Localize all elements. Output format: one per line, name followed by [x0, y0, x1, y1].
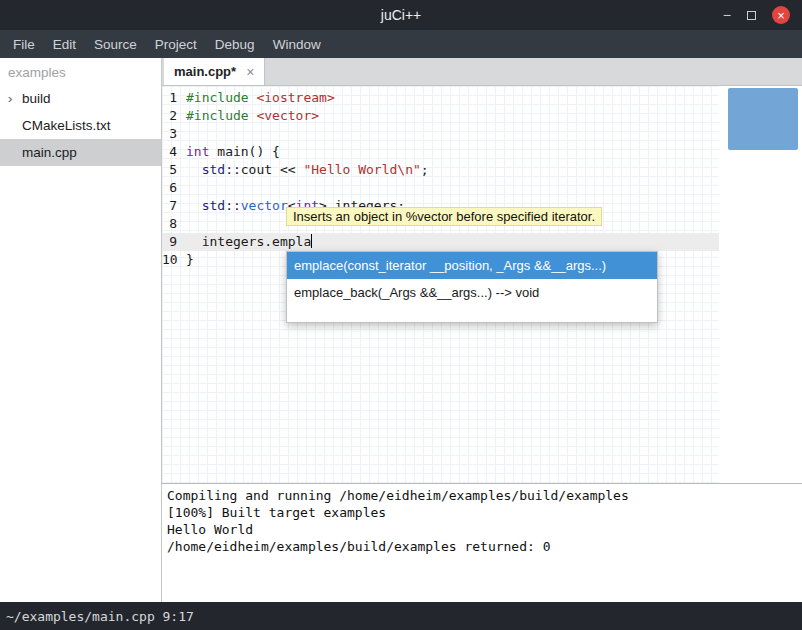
- output-line: /home/eidheim/examples/build/examples re…: [167, 538, 797, 555]
- tab-label: main.cpp*: [174, 64, 236, 79]
- menu-item-edit[interactable]: Edit: [44, 32, 85, 57]
- code-text: integers.empla: [186, 233, 312, 251]
- menu-item-project[interactable]: Project: [146, 32, 206, 57]
- tab-close-icon[interactable]: ×: [246, 64, 254, 80]
- tree-item-label: CMakeLists.txt: [22, 118, 111, 133]
- main-area: examples ›buildCMakeLists.txtmain.cpp ma…: [0, 58, 802, 602]
- tree-item-label: main.cpp: [22, 145, 77, 160]
- app-window: juCi++ − × FileEditSourceProjectDebugWin…: [0, 0, 802, 630]
- line-number: 10: [162, 251, 186, 269]
- autocomplete-item[interactable]: emplace_back(_Args &&__args...) --> void: [287, 279, 657, 306]
- output-line: Hello World: [167, 521, 797, 538]
- code-text: #include <iostream>: [186, 89, 335, 107]
- output-line: [100%] Built target examples: [167, 504, 797, 521]
- code-text: }: [186, 251, 194, 269]
- tree-item-build[interactable]: ›build: [0, 85, 161, 112]
- tree-item-cmakelists-txt[interactable]: CMakeLists.txt: [0, 112, 161, 139]
- file-tree: ›buildCMakeLists.txtmain.cpp: [0, 85, 161, 166]
- menu-item-debug[interactable]: Debug: [206, 32, 264, 57]
- window-controls: − ×: [723, 6, 802, 24]
- output-panel: Compiling and running /home/eidheim/exam…: [162, 484, 802, 602]
- line-number: 1: [162, 89, 186, 107]
- close-icon[interactable]: ×: [772, 6, 790, 24]
- code-text: #include <vector>: [186, 107, 319, 125]
- output-line: Compiling and running /home/eidheim/exam…: [167, 487, 797, 504]
- statusbar-text: ~/examples/main.cpp 9:17: [6, 609, 194, 624]
- sidebar: examples ›buildCMakeLists.txtmain.cpp: [0, 58, 162, 602]
- menu-item-window[interactable]: Window: [264, 32, 330, 57]
- line-number: 4: [162, 143, 186, 161]
- line-number: 8: [162, 215, 186, 233]
- line-number: 3: [162, 125, 186, 143]
- code-line[interactable]: 5 std::cout << "Hello World\n";: [162, 161, 719, 179]
- titlebar: juCi++ − ×: [0, 0, 802, 30]
- code-line[interactable]: 1#include <iostream>: [162, 89, 719, 107]
- tree-item-label: build: [22, 91, 51, 106]
- code-line[interactable]: 2#include <vector>: [162, 107, 719, 125]
- code-line[interactable]: 6: [162, 179, 719, 197]
- code-text: int main() {: [186, 143, 280, 161]
- code-text: std::cout << "Hello World\n";: [186, 161, 429, 179]
- code-line[interactable]: 4int main() {: [162, 143, 719, 161]
- scrollbar-thumb[interactable]: [728, 88, 798, 150]
- tab-main-cpp[interactable]: main.cpp* ×: [164, 58, 265, 85]
- line-number: 5: [162, 161, 186, 179]
- minimize-icon[interactable]: −: [723, 8, 731, 22]
- menu-item-file[interactable]: File: [4, 32, 44, 57]
- code-line[interactable]: 9 integers.empla: [162, 233, 719, 251]
- code-layer: 1#include <iostream>2#include <vector>34…: [162, 86, 802, 269]
- tab-bar: main.cpp* ×: [162, 58, 802, 86]
- chevron-right-icon[interactable]: ›: [8, 91, 22, 106]
- editor-column: main.cpp* × 1#include <iostream>2#includ…: [162, 58, 802, 602]
- autocomplete-popup: emplace(const_iterator __position, _Args…: [286, 251, 658, 323]
- line-number: 7: [162, 197, 186, 215]
- line-number: 6: [162, 179, 186, 197]
- menubar: FileEditSourceProjectDebugWindow: [0, 30, 802, 58]
- text-caret: [311, 234, 312, 248]
- doc-tooltip: Inserts an object in %vector before spec…: [286, 207, 602, 226]
- project-name: examples: [0, 58, 161, 85]
- window-title: juCi++: [0, 7, 802, 23]
- line-number: 9: [162, 233, 186, 251]
- tree-item-main-cpp[interactable]: main.cpp: [0, 139, 161, 166]
- code-editor[interactable]: 1#include <iostream>2#include <vector>34…: [162, 86, 802, 483]
- statusbar: ~/examples/main.cpp 9:17: [0, 602, 802, 630]
- menu-item-source[interactable]: Source: [85, 32, 146, 57]
- code-line[interactable]: 3: [162, 125, 719, 143]
- line-number: 2: [162, 107, 186, 125]
- restore-icon[interactable]: [747, 11, 756, 20]
- autocomplete-item[interactable]: emplace(const_iterator __position, _Args…: [287, 252, 657, 279]
